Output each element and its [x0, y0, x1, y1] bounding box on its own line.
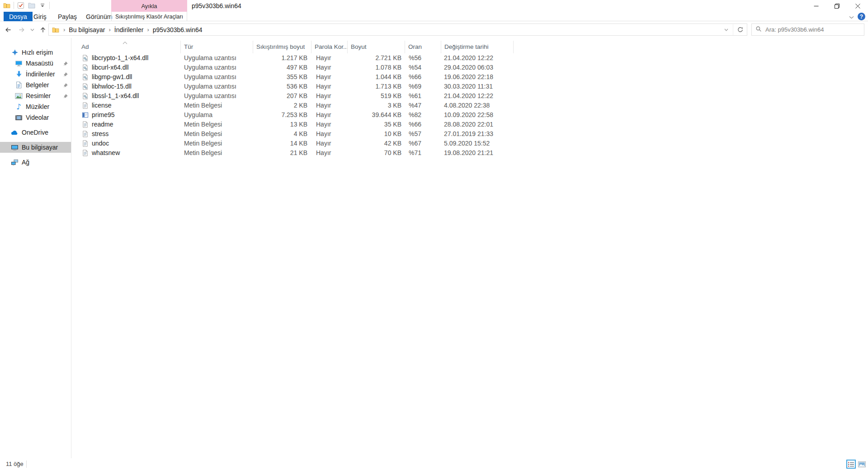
file-name-cell[interactable]: whatsnew — [72, 148, 181, 158]
column-header-4[interactable]: Boyut — [348, 41, 405, 53]
txt-icon — [82, 140, 89, 147]
help-icon[interactable]: ? — [858, 13, 865, 20]
txt-icon — [82, 102, 89, 109]
breadcrumb-bar[interactable]: ›Bu bilgisayar›İndirilenler›p95v303b6.wi… — [48, 24, 747, 36]
file-ratio: %71 — [405, 148, 441, 158]
column-header-2[interactable]: Sıkıştırılmış boyut — [253, 41, 311, 53]
file-modified-date: 21.04.2020 12:22 — [441, 91, 514, 101]
file-row[interactable]: libssl-1_1-x64.dll Uygulama uzantısı 207… — [72, 91, 868, 101]
sidebar-item-network[interactable]: Ağ — [0, 157, 71, 168]
file-ratio: %67 — [405, 139, 441, 148]
file-type: Metin Belgesi — [181, 101, 253, 110]
file-row[interactable]: undoc Metin Belgesi 14 KB Hayır 42 KB %6… — [72, 139, 868, 148]
file-row[interactable]: libhwloc-15.dll Uygulama uzantısı 536 KB… — [72, 82, 868, 91]
file-row[interactable]: libcrypto-1_1-x64.dll Uygulama uzantısı … — [72, 53, 868, 63]
file-row[interactable]: libcurl-x64.dll Uygulama uzantısı 497 KB… — [72, 63, 868, 72]
search-input[interactable]: Ara: p95v303b6.win64 — [751, 24, 864, 36]
file-row[interactable]: prime95 Uygulama 7.253 KB Hayır 39.644 K… — [72, 110, 868, 120]
file-row[interactable]: libgmp-gw1.dll Uygulama uzantısı 355 KB … — [72, 72, 868, 82]
dll-icon — [82, 83, 89, 90]
breadcrumb-segment[interactable]: Bu bilgisayar — [66, 26, 108, 33]
file-name-cell[interactable]: prime95 — [72, 110, 181, 120]
tab-compressed-folder-tools[interactable]: Sıkıştırılmış Klasör Araçları — [111, 12, 187, 21]
sidebar-item-desktop[interactable]: Masaüstü — [0, 58, 71, 69]
ribbon-tab-row: Dosya Giriş Paylaş Görünüm Sıkıştırılmış… — [0, 12, 868, 21]
file-name-cell[interactable]: libgmp-gw1.dll — [72, 72, 181, 82]
file-ratio: %82 — [405, 110, 441, 120]
downloads-icon — [15, 70, 23, 78]
toolbar-separator — [49, 2, 50, 9]
restore-button[interactable] — [826, 0, 847, 12]
file-name-cell[interactable]: libssl-1_1-x64.dll — [72, 91, 181, 101]
file-compressed-size: 14 KB — [253, 139, 311, 148]
file-name-cell[interactable]: libcrypto-1_1-x64.dll — [72, 53, 181, 63]
file-row[interactable]: license Metin Belgesi 2 KB Hayır 3 KB %4… — [72, 101, 868, 110]
file-name: libhwloc-15.dll — [92, 82, 132, 91]
pin-icon — [63, 83, 68, 88]
file-compressed-size: 21 KB — [253, 148, 311, 158]
column-header-3[interactable]: Parola Kor... — [311, 41, 348, 53]
up-button[interactable] — [37, 24, 49, 36]
file-ratio: %66 — [405, 120, 441, 129]
column-header-6[interactable]: Değiştirme tarihi — [441, 41, 514, 53]
file-compressed-size: 7.253 KB — [253, 110, 311, 120]
network-icon — [11, 159, 19, 166]
column-header-1[interactable]: Tür — [181, 41, 253, 53]
file-size: 2.721 KB — [348, 53, 405, 63]
file-size: 1.044 KB — [348, 72, 405, 82]
file-compressed-size: 1.217 KB — [253, 53, 311, 63]
file-row[interactable]: readme Metin Belgesi 13 KB Hayır 35 KB %… — [72, 120, 868, 129]
file-name-cell[interactable]: readme — [72, 120, 181, 129]
tab-share[interactable]: Paylaş — [52, 12, 82, 21]
this-pc-icon — [11, 144, 19, 151]
sidebar-item-label: Belgeler — [26, 81, 49, 89]
sidebar-item-pictures[interactable]: Resimler — [0, 90, 71, 101]
file-name-cell[interactable]: undoc — [72, 139, 181, 148]
pictures-icon — [15, 92, 23, 100]
pin-icon — [63, 94, 68, 99]
sidebar-item-this-pc[interactable]: Bu bilgisayar — [0, 142, 71, 153]
file-type: Metin Belgesi — [181, 129, 253, 139]
sidebar-item-label: Hızlı erişim — [22, 49, 53, 56]
breadcrumb-segment[interactable]: İndirilenler — [112, 26, 146, 33]
view-thumbnails-button[interactable] — [857, 460, 867, 469]
sidebar-item-music[interactable]: ♪ Müzikler — [0, 101, 71, 112]
file-size: 1.078 KB — [348, 63, 405, 72]
close-button[interactable] — [847, 0, 868, 12]
file-name-cell[interactable]: libhwloc-15.dll — [72, 82, 181, 91]
sidebar-item-downloads[interactable]: İndirilenler — [0, 69, 71, 80]
file-row[interactable]: whatsnew Metin Belgesi 21 KB Hayır 70 KB… — [72, 148, 868, 158]
minimize-button[interactable] — [806, 0, 826, 12]
file-compressed-size: 355 KB — [253, 72, 311, 82]
file-name-cell[interactable]: libcurl-x64.dll — [72, 63, 181, 72]
collapse-ribbon-icon[interactable] — [849, 13, 854, 21]
sidebar-item-videos[interactable]: Videolar — [0, 112, 71, 123]
new-folder-button[interactable] — [28, 1, 36, 9]
file-size: 3 KB — [348, 101, 405, 110]
file-ratio: %66 — [405, 72, 441, 82]
sidebar-item-documents[interactable]: Belgeler — [0, 80, 71, 90]
file-modified-date: 5.09.2020 15:52 — [441, 139, 514, 148]
window-controls — [806, 0, 868, 12]
forward-button[interactable] — [16, 24, 28, 36]
file-name-cell[interactable]: stress — [72, 129, 181, 139]
tab-home[interactable]: Giriş — [28, 12, 52, 21]
breadcrumb-segment[interactable]: p95v303b6.win64 — [150, 26, 205, 33]
contextual-ribbon-header[interactable]: Ayıkla — [111, 0, 187, 12]
breadcrumb-separator-icon: › — [62, 26, 66, 33]
file-name: license — [92, 101, 112, 110]
file-row[interactable]: stress Metin Belgesi 4 KB Hayır 10 KB %5… — [72, 129, 868, 139]
file-compressed-size: 2 KB — [253, 101, 311, 110]
file-modified-date: 21.04.2020 12:22 — [441, 53, 514, 63]
properties-check-button[interactable] — [17, 1, 25, 9]
recent-locations-icon[interactable] — [28, 24, 36, 36]
sidebar-item-onedrive[interactable]: OneDrive — [0, 127, 71, 138]
sidebar-item-quick-access[interactable]: Hızlı erişim — [0, 47, 71, 58]
customize-toolbar-button[interactable] — [38, 1, 47, 9]
back-button[interactable] — [2, 24, 14, 36]
view-details-button[interactable] — [846, 460, 856, 469]
refresh-icon[interactable] — [734, 24, 746, 35]
file-name-cell[interactable]: license — [72, 101, 181, 110]
column-header-5[interactable]: Oran — [405, 41, 441, 53]
address-dropdown-icon[interactable] — [720, 24, 732, 35]
